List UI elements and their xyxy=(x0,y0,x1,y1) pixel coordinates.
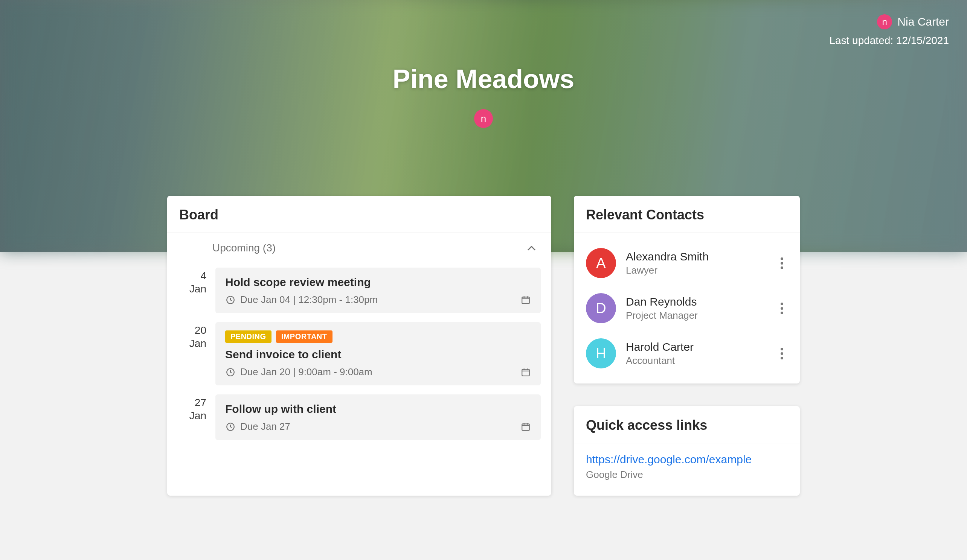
side-column: Relevant Contacts A Alexandra Smith Lawy… xyxy=(574,196,800,496)
page-title: Pine Meadows xyxy=(0,64,967,94)
contact-row[interactable]: H Harold Carter Accountant xyxy=(574,331,800,376)
task-day: 20 xyxy=(178,324,206,337)
owner-avatar[interactable]: n xyxy=(474,109,493,128)
task-due-text: Due Jan 04 | 12:30pm - 1:30pm xyxy=(240,294,378,306)
clock-icon xyxy=(225,367,236,377)
calendar-icon[interactable] xyxy=(520,295,531,305)
board-header: Board xyxy=(167,196,551,233)
task-date: 4 Jan xyxy=(178,268,206,313)
hero-title-block: Pine Meadows n xyxy=(0,64,967,128)
tag-important: IMPORTANT xyxy=(276,330,332,343)
user-name: Nia Carter xyxy=(897,15,949,28)
contact-avatar: H xyxy=(586,338,616,369)
contacts-title: Relevant Contacts xyxy=(586,207,788,223)
task-month: Jan xyxy=(178,282,206,295)
contact-avatar: D xyxy=(586,293,616,323)
contact-row[interactable]: A Alexandra Smith Lawyer xyxy=(574,240,800,286)
task-row[interactable]: 27 Jan Follow up with client Due Jan 27 xyxy=(167,390,551,453)
svg-rect-3 xyxy=(522,369,530,376)
quick-link-url[interactable]: https://drive.google.com/example xyxy=(586,453,788,466)
contact-name: Harold Carter xyxy=(626,341,776,353)
board-title: Board xyxy=(179,207,539,223)
task-body[interactable]: PENDING IMPORTANT Send invoice to client… xyxy=(215,322,541,385)
more-menu-icon[interactable] xyxy=(776,301,788,316)
more-menu-icon[interactable] xyxy=(776,255,788,270)
task-due-text: Due Jan 27 xyxy=(240,421,290,432)
task-day: 27 xyxy=(178,396,206,409)
last-updated: Last updated: 12/15/2021 xyxy=(829,35,949,47)
task-title: Hold scope review meeting xyxy=(225,276,531,289)
links-title: Quick access links xyxy=(586,417,788,433)
user-info: n Nia Carter Last updated: 12/15/2021 xyxy=(829,14,949,47)
task-row[interactable]: 4 Jan Hold scope review meeting Due Jan … xyxy=(167,263,551,318)
clock-icon xyxy=(225,422,236,432)
contacts-body: A Alexandra Smith Lawyer D Dan Reynolds … xyxy=(574,233,800,384)
user-avatar[interactable]: n xyxy=(877,14,892,30)
task-date: 27 Jan xyxy=(178,394,206,440)
content-area: Board Upcoming (3) 4 Jan Hold scope revi… xyxy=(0,196,967,496)
svg-rect-1 xyxy=(522,297,530,303)
clock-icon xyxy=(225,295,236,305)
contact-avatar: A xyxy=(586,248,616,278)
task-day: 4 xyxy=(178,269,206,282)
links-card: Quick access links https://drive.google.… xyxy=(574,406,800,496)
board-section-toggle[interactable]: Upcoming (3) xyxy=(167,233,551,263)
user-row[interactable]: n Nia Carter xyxy=(829,14,949,30)
chevron-up-icon xyxy=(526,243,536,253)
task-row[interactable]: 20 Jan PENDING IMPORTANT Send invoice to… xyxy=(167,318,551,390)
contact-name: Alexandra Smith xyxy=(626,250,776,263)
links-header: Quick access links xyxy=(574,406,800,443)
task-due: Due Jan 27 xyxy=(225,421,290,432)
contact-role: Accountant xyxy=(626,355,776,367)
section-label: Upcoming (3) xyxy=(212,242,276,254)
task-month: Jan xyxy=(178,337,206,350)
board-card: Board Upcoming (3) 4 Jan Hold scope revi… xyxy=(167,196,551,496)
contacts-header: Relevant Contacts xyxy=(574,196,800,233)
tag-pending: PENDING xyxy=(225,330,272,343)
task-month: Jan xyxy=(178,409,206,422)
task-due: Due Jan 04 | 12:30pm - 1:30pm xyxy=(225,294,378,306)
contact-name: Dan Reynolds xyxy=(626,295,776,308)
quick-link-label: Google Drive xyxy=(586,469,788,481)
calendar-icon[interactable] xyxy=(520,422,531,432)
links-body: https://drive.google.com/example Google … xyxy=(574,443,800,496)
more-menu-icon[interactable] xyxy=(776,346,788,361)
contact-role: Lawyer xyxy=(626,265,776,276)
task-body[interactable]: Hold scope review meeting Due Jan 04 | 1… xyxy=(215,268,541,313)
task-date: 20 Jan xyxy=(178,322,206,385)
calendar-icon[interactable] xyxy=(520,367,531,377)
task-tags: PENDING IMPORTANT xyxy=(225,330,531,343)
svg-rect-5 xyxy=(522,424,530,430)
task-body[interactable]: Follow up with client Due Jan 27 xyxy=(215,394,541,440)
task-due-text: Due Jan 20 | 9:00am - 9:00am xyxy=(240,366,373,378)
contacts-card: Relevant Contacts A Alexandra Smith Lawy… xyxy=(574,196,800,384)
task-due: Due Jan 20 | 9:00am - 9:00am xyxy=(225,366,373,378)
contact-role: Project Manager xyxy=(626,310,776,321)
task-title: Follow up with client xyxy=(225,403,531,415)
task-title: Send invoice to client xyxy=(225,348,531,361)
contact-row[interactable]: D Dan Reynolds Project Manager xyxy=(574,286,800,331)
